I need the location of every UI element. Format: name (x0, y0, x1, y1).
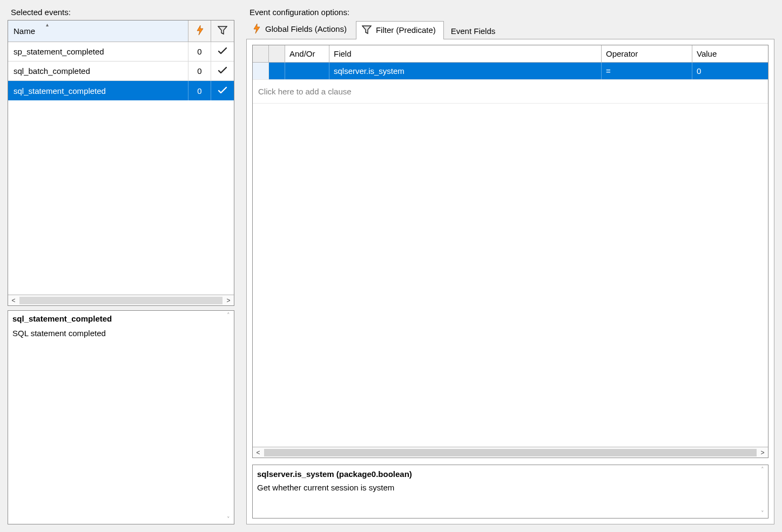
predicate-field[interactable]: sqlserver.is_system (329, 63, 602, 79)
predicate-andor[interactable] (285, 63, 329, 79)
config-options-label: Event configuration options: (246, 5, 774, 20)
event-bolt-count: 0 (188, 81, 211, 100)
sort-asc-icon: ▴ (46, 22, 49, 28)
events-col-name[interactable]: Name ▴ (8, 21, 188, 42)
predicate-row-header[interactable] (253, 63, 269, 79)
config-tabs: Global Fields (Actions) Filter (Predicat… (246, 20, 774, 39)
predicate-info-body: Get whether current session is system (257, 483, 755, 492)
tab-event-fields[interactable]: Event Fields (445, 23, 504, 39)
scroll-down-icon[interactable]: ˅ (761, 510, 764, 517)
scrollbar-thumb[interactable] (264, 449, 757, 456)
event-name: sql_statement_completed (8, 81, 188, 100)
funnel-icon (218, 25, 227, 37)
predicate-info-panel: sqlserver.is_system (package0.boolean) G… (252, 465, 768, 519)
event-bolt-count: 0 (188, 42, 211, 61)
predicate-value[interactable]: 0 (692, 63, 768, 79)
scroll-up-icon[interactable]: ˄ (227, 312, 230, 319)
tab-global-fields[interactable]: Global Fields (Actions) (246, 19, 355, 39)
tab-label: Filter (Predicate) (376, 26, 436, 35)
event-row[interactable]: sp_statement_completed 0 (8, 42, 234, 62)
svg-marker-1 (218, 26, 227, 34)
predicate-add-clause[interactable]: Click here to add a clause (253, 80, 768, 104)
selected-events-label: Selected events: (8, 5, 234, 20)
scroll-right-button[interactable]: > (757, 447, 768, 458)
event-name: sp_statement_completed (8, 42, 188, 61)
scrollbar-track[interactable] (19, 297, 223, 304)
check-icon (218, 86, 227, 96)
predicate-marker-col (269, 45, 285, 62)
predicate-info-title: sqlserver.is_system (package0.boolean) (257, 469, 755, 479)
svg-marker-0 (197, 25, 203, 35)
selected-events-grid[interactable]: Name ▴ sp_statement_compl (8, 20, 234, 306)
lightning-icon (196, 25, 204, 37)
events-col-name-label: Name (14, 26, 35, 36)
event-description-body: SQL statement completed (12, 329, 221, 338)
scroll-up-icon[interactable]: ˄ (761, 466, 764, 473)
events-col-lightning[interactable] (188, 21, 211, 42)
events-col-filter[interactable] (211, 21, 234, 42)
predicate-col-andor[interactable]: And/Or (285, 45, 329, 62)
lightning-icon (252, 23, 261, 36)
desc-vscrollbar[interactable]: ˄ ˅ (223, 311, 234, 524)
predicate-col-value[interactable]: Value (692, 45, 768, 62)
event-filtered (211, 42, 234, 61)
scroll-left-button[interactable]: < (8, 295, 19, 306)
predicate-row-marker (269, 63, 285, 79)
event-filtered (211, 81, 234, 100)
tab-filter-predicate[interactable]: Filter (Predicate) (356, 21, 444, 40)
event-row[interactable]: sql_statement_completed 0 (8, 81, 234, 100)
predicate-col-operator[interactable]: Operator (602, 45, 692, 62)
scroll-down-icon[interactable]: ˅ (227, 516, 230, 523)
predicate-operator[interactable]: = (602, 63, 692, 79)
check-icon (218, 66, 227, 76)
scroll-left-button[interactable]: < (253, 447, 264, 458)
predicate-rowheader-col (253, 45, 269, 62)
event-filtered (211, 62, 234, 80)
predicate-row[interactable]: sqlserver.is_system = 0 (253, 63, 768, 80)
predicate-col-field[interactable]: Field (329, 45, 602, 62)
svg-marker-3 (362, 26, 371, 33)
predicate-grid[interactable]: And/Or Field Operator Value sqlserver.is… (252, 45, 768, 458)
tab-label: Event Fields (451, 27, 496, 36)
events-hscrollbar[interactable]: < > (8, 295, 234, 305)
funnel-icon (362, 25, 372, 37)
predicate-hscrollbar[interactable]: < > (253, 447, 768, 458)
scroll-right-button[interactable]: > (223, 295, 234, 306)
svg-marker-2 (254, 24, 260, 33)
event-row[interactable]: sql_batch_completed 0 (8, 62, 234, 81)
event-description-title: sql_statement_completed (12, 314, 221, 323)
event-description-panel: sql_statement_completed SQL statement co… (8, 310, 234, 524)
check-icon (218, 47, 227, 56)
info-vscrollbar[interactable]: ˄ ˅ (757, 465, 768, 518)
tab-label: Global Fields (Actions) (265, 25, 347, 34)
event-name: sql_batch_completed (8, 62, 188, 80)
event-bolt-count: 0 (188, 62, 211, 80)
